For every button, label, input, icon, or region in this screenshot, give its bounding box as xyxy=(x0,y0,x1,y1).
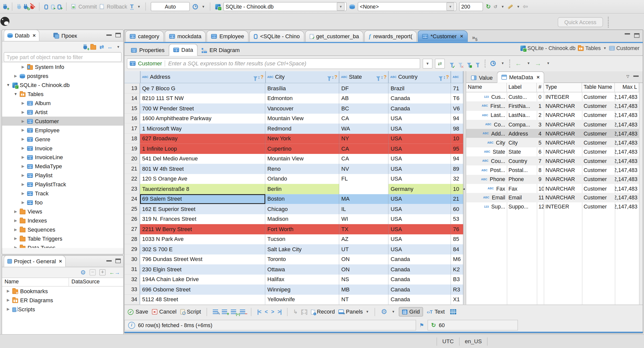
metadata-row-custo[interactable]: 123Cus...Custo...0INTEGERCustomer2,147,4… xyxy=(466,92,639,101)
expand-icon[interactable]: ▶ xyxy=(14,74,18,78)
cell-country[interactable]: USA xyxy=(388,154,451,164)
column-header-postal[interactable]: ABC xyxy=(451,71,463,83)
row-number[interactable]: 30 xyxy=(125,254,140,264)
tree-item-artist[interactable]: ▶Artist xyxy=(2,108,123,117)
pin-icon[interactable]: ⚑ xyxy=(419,322,424,328)
row-number[interactable]: 29 xyxy=(125,244,140,254)
cell-postal[interactable]: 71 xyxy=(451,83,463,93)
sort-icon[interactable]: ↕ xyxy=(381,74,383,79)
tree-item-views[interactable]: ▶Views xyxy=(2,207,123,216)
fetch-previous-dropdown-icon[interactable]: ▼ xyxy=(527,62,530,65)
cell-city[interactable]: Boston xyxy=(265,194,339,204)
reconnect-icon[interactable] xyxy=(24,6,28,9)
expand-icon[interactable]: ▶ xyxy=(21,128,25,132)
tab-value[interactable]: Value xyxy=(467,72,497,83)
tree-item-genre[interactable]: ▶Genre xyxy=(2,135,123,144)
connection-combo-dropdown-icon[interactable]: ▼ xyxy=(337,3,345,11)
cell-address[interactable]: 627 Broadway xyxy=(140,134,265,144)
cell-city[interactable]: Berlin xyxy=(265,184,339,194)
cell-address[interactable]: 1 Infinite Loop xyxy=(140,144,265,154)
cell-country[interactable]: USA xyxy=(388,224,451,234)
close-icon[interactable]: ✕ xyxy=(536,75,540,79)
tab-database-navigator[interactable]: Datab ✕ xyxy=(4,30,40,41)
cell-city[interactable]: Salt Lake City xyxy=(265,244,339,254)
text-mode-button[interactable]: ‹›T Text xyxy=(427,309,445,315)
cell-city[interactable]: Winnipeg xyxy=(265,284,339,294)
editor-tab-employee[interactable]: Employee xyxy=(207,30,249,42)
sync-selection-icon[interactable]: ⇄ xyxy=(99,44,104,50)
quick-access-input[interactable]: Quick Access xyxy=(558,17,603,27)
connect-icon[interactable] xyxy=(17,6,21,9)
meta-column-header-max-l[interactable]: Max L xyxy=(615,83,639,92)
next-record-icon[interactable]: > xyxy=(271,309,274,315)
collapse-panel-icon[interactable]: ◂ xyxy=(463,187,465,191)
delete-row-icon[interactable] xyxy=(240,310,245,314)
cell-postal[interactable]: 89 xyxy=(451,164,463,174)
cell-country[interactable]: USA xyxy=(388,234,451,244)
format-icon[interactable] xyxy=(507,4,513,9)
cell-postal[interactable]: 10 xyxy=(451,184,463,194)
tree-item-table-triggers[interactable]: ▶Table Triggers xyxy=(2,234,123,243)
meta-column-header-table-name[interactable]: Table Name xyxy=(582,83,615,92)
tree-item-playlisttrack[interactable]: ▶PlaylistTrack xyxy=(2,180,123,189)
cell-city[interactable]: Edmonton xyxy=(265,93,339,103)
cell-postal[interactable]: 76 xyxy=(451,224,463,234)
cell-city[interactable]: Madison xyxy=(265,214,339,224)
cell-city[interactable]: Halifax xyxy=(265,274,339,284)
row-number[interactable]: 22 xyxy=(125,174,140,184)
filter-help-icon[interactable]: ? xyxy=(260,74,263,80)
cell-city[interactable]: Reno xyxy=(265,164,339,174)
cell-city[interactable]: Tucson xyxy=(265,234,339,244)
tree-item-system-info[interactable]: ▶System Info xyxy=(2,62,123,71)
collapse-icon[interactable]: ▼ xyxy=(6,83,10,87)
maximize-icon[interactable] xyxy=(115,259,121,263)
cell-country[interactable]: Germany xyxy=(388,184,451,194)
cell-postal[interactable]: X1 xyxy=(451,294,463,304)
cell-state[interactable]: MA xyxy=(339,194,389,204)
cell-country[interactable]: Brazil xyxy=(388,83,451,93)
cell-country[interactable]: Canada xyxy=(388,254,451,264)
expand-icon[interactable]: ▶ xyxy=(21,164,25,168)
refresh-icon[interactable]: ↻ xyxy=(486,4,491,9)
expand-icon[interactable]: ▶ xyxy=(21,200,25,204)
cell-country[interactable]: Canada xyxy=(388,93,451,103)
auto-refresh-icon[interactable]: ↺ xyxy=(494,4,497,9)
result-settings-icon[interactable]: ⚙ xyxy=(381,309,387,314)
column-header-name[interactable]: Name xyxy=(2,278,68,286)
close-icon[interactable]: ✕ xyxy=(32,33,36,37)
cell-state[interactable]: NT xyxy=(339,294,389,304)
cell-country[interactable]: Canada xyxy=(388,264,451,274)
minimize-icon[interactable] xyxy=(633,75,639,77)
cell-country[interactable]: USA xyxy=(388,123,451,134)
cell-address[interactable]: 1600 Amphitheatre Parkway xyxy=(140,113,265,123)
editor-tab-category[interactable]: category xyxy=(125,30,164,42)
cell-country[interactable]: USA xyxy=(388,164,451,174)
cell-postal[interactable]: B3 xyxy=(451,274,463,284)
cell-state[interactable]: AB xyxy=(339,93,389,103)
breadcrumb-sqlite-chinook-db[interactable]: SQLite - Chinook.db xyxy=(520,45,576,51)
breadcrumb-tables[interactable]: Tables▼ xyxy=(578,45,606,51)
collapse-all-icon[interactable]: − xyxy=(90,269,96,275)
project-item-bookmarks[interactable]: ▶Bookmarks xyxy=(2,287,123,296)
link-editor-icon[interactable]: ↔ xyxy=(107,44,112,50)
cell-country[interactable]: USA xyxy=(388,194,451,204)
row-number[interactable]: 31 xyxy=(125,264,140,274)
expand-icon[interactable]: ▶ xyxy=(6,289,10,293)
cell-address[interactable]: 700 W Pender Street xyxy=(140,103,265,113)
row-number[interactable]: 16 xyxy=(125,113,140,123)
cell-state[interactable]: DF xyxy=(339,83,389,93)
row-number[interactable]: 24 xyxy=(125,194,140,204)
cell-address[interactable]: 302 S 700 E xyxy=(140,244,265,254)
tree-item-postgres[interactable]: ▶postgres xyxy=(2,71,123,80)
cell-city[interactable]: Fort Worth xyxy=(265,224,339,234)
cell-address[interactable]: 69 Salem Street xyxy=(140,194,265,204)
cell-city[interactable]: Cupertino xyxy=(265,144,339,154)
cell-country[interactable]: USA xyxy=(388,174,451,184)
tree-item-playlist[interactable]: ▶Playlist xyxy=(2,171,123,180)
record-mode-button[interactable]: Record xyxy=(311,309,335,315)
fetch-next-dropdown-icon[interactable]: ▼ xyxy=(547,62,550,65)
metadata-row-compa[interactable]: ABCCo...Compa...3NVARCHARCustomer2,147,4… xyxy=(466,120,639,129)
breadcrumb-customer[interactable]: Customer xyxy=(609,45,639,51)
cell-address[interactable]: 319 N. Frances Street xyxy=(140,214,265,224)
collapse-icon[interactable]: ▼ xyxy=(14,92,18,96)
